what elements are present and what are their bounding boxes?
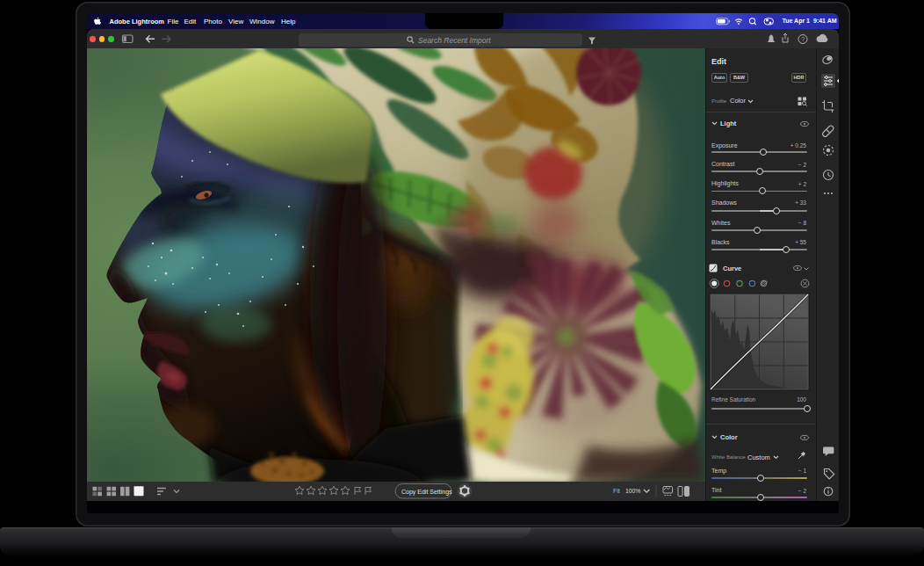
svg-text:Fit: Fit [613, 488, 620, 494]
svg-text:?: ? [801, 36, 805, 42]
svg-text:100%: 100% [625, 488, 640, 494]
svg-text:Copy Edit Settings: Copy Edit Settings [401, 489, 452, 496]
